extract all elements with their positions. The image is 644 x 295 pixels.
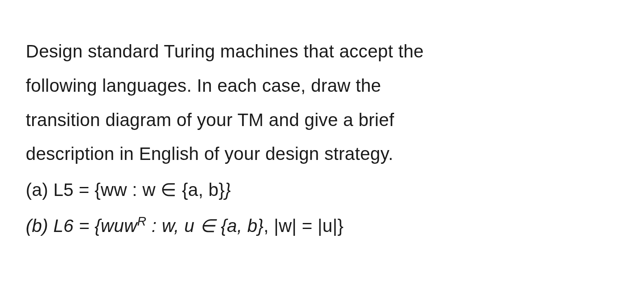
part-b-label: (b) L6 = {wuw (26, 216, 137, 236)
intro-line-1: Design standard Turing machines that acc… (26, 34, 618, 69)
problem-text: Design standard Turing machines that acc… (26, 34, 618, 243)
part-b-mid: : w, u (146, 216, 200, 236)
part-b-lengths: |w| = |u|} (274, 216, 343, 236)
element-symbol-2: ∈ (200, 216, 216, 236)
intro-line-4: description in English of your design st… (26, 137, 618, 171)
part-b-comma: , (264, 216, 274, 236)
intro-line-2: following languages. In each case, draw … (26, 69, 618, 103)
part-a-label: (a) L5 = {ww : w (26, 180, 161, 200)
part-b: (b) L6 = {wuwR : w, u ∈ {a, b}, |w| = |u… (26, 209, 618, 243)
superscript-r: R (137, 214, 147, 228)
part-a-close: } (225, 180, 231, 200)
element-symbol: ∈ (161, 180, 176, 200)
part-a-set: {a, b} (177, 180, 225, 200)
part-a: (a) L5 = {ww : w ∈ {a, b}} (26, 173, 618, 207)
intro-line-3: transition diagram of your TM and give a… (26, 103, 618, 137)
part-b-set: {a, b} (216, 216, 264, 236)
